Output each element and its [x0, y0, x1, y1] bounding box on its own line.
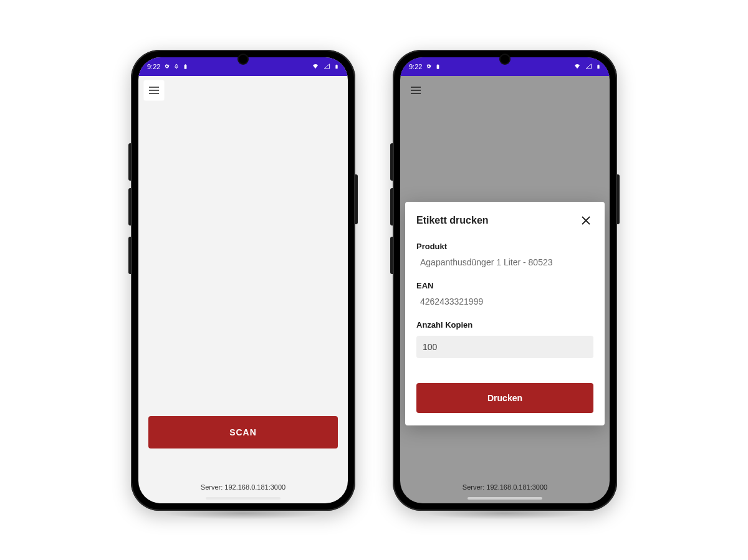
- server-address: Server: 192.168.0.181:3000: [138, 483, 348, 491]
- front-camera: [239, 55, 247, 64]
- svg-rect-0: [176, 64, 178, 67]
- app-header: [400, 76, 610, 105]
- phone-frame-left: 9:22 SCAN: [131, 50, 355, 511]
- server-address: Server: 192.168.0.181:3000: [400, 483, 610, 491]
- main-content: SCAN Server: 192.168.0.181:3000: [138, 105, 348, 503]
- close-icon: [581, 216, 591, 225]
- signal-icon: [323, 63, 331, 70]
- battery-icon: [334, 63, 339, 70]
- ean-value: 4262433321999: [416, 297, 593, 306]
- close-button[interactable]: [578, 213, 593, 228]
- main-content: Server: 192.168.0.181:3000 Etikett druck…: [400, 105, 610, 503]
- dialog-title: Etikett drucken: [416, 215, 489, 226]
- battery-saver-icon: [435, 63, 441, 70]
- status-time: 9:22: [147, 63, 160, 70]
- mockup-stage: 9:22 SCAN: [0, 0, 748, 560]
- print-button-label: Drucken: [487, 393, 522, 403]
- product-value: Agapanthusdünger 1 Liter - 80523: [416, 257, 593, 267]
- phone-frame-right: 9:22 Server: 192.168.0.181:3000: [393, 50, 617, 511]
- home-indicator[interactable]: [206, 497, 280, 500]
- print-button[interactable]: Drucken: [416, 383, 593, 413]
- scan-button[interactable]: SCAN: [148, 416, 338, 448]
- mic-icon: [173, 63, 180, 70]
- copies-input[interactable]: 100: [416, 336, 593, 358]
- gear-icon: [425, 63, 432, 70]
- battery-saver-icon: [183, 63, 188, 70]
- menu-button[interactable]: [143, 80, 165, 101]
- status-time: 9:22: [409, 63, 422, 70]
- phone-screen-left: 9:22 SCAN: [138, 57, 348, 503]
- app-header: [138, 76, 348, 105]
- hamburger-icon: [410, 86, 421, 95]
- menu-button[interactable]: [405, 80, 426, 101]
- product-label: Produkt: [416, 242, 593, 251]
- wifi-icon: [311, 63, 320, 70]
- copies-label: Anzahl Kopien: [416, 320, 593, 330]
- copies-value: 100: [423, 342, 437, 352]
- gear-icon: [163, 63, 170, 70]
- scan-button-label: SCAN: [229, 427, 257, 437]
- ean-label: EAN: [416, 281, 593, 290]
- phone-screen-right: 9:22 Server: 192.168.0.181:3000: [400, 57, 610, 503]
- battery-icon: [596, 63, 601, 70]
- signal-icon: [585, 63, 593, 70]
- home-indicator[interactable]: [467, 497, 542, 500]
- print-dialog: Etikett drucken Produkt Agapanthusdünger…: [405, 202, 605, 425]
- wifi-icon: [573, 63, 582, 70]
- front-camera: [501, 55, 509, 64]
- hamburger-icon: [148, 86, 160, 95]
